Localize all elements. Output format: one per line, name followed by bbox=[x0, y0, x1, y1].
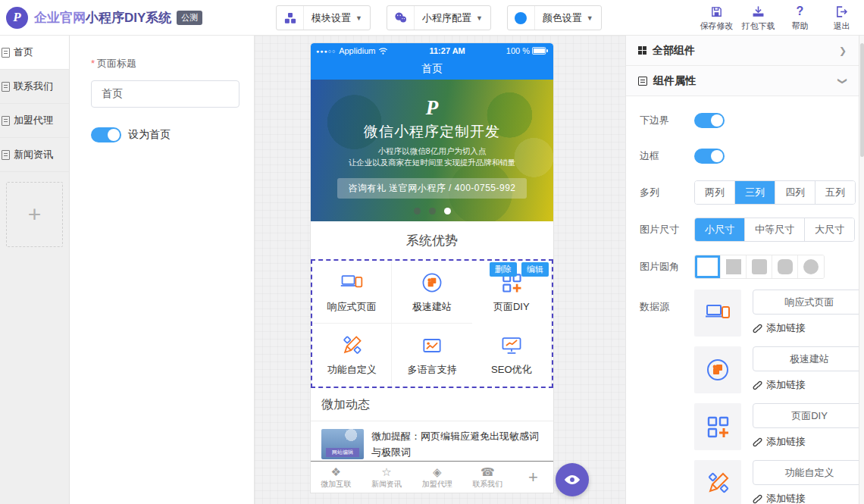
add-link-button[interactable]: 添加链接 bbox=[753, 378, 859, 392]
sidebar-item-label: 新闻资讯 bbox=[14, 148, 53, 161]
module-settings-menu[interactable]: 模块设置 ▼ bbox=[276, 5, 371, 30]
page-title-label: *页面标题 bbox=[91, 57, 254, 70]
prop-label: 下边界 bbox=[640, 114, 694, 127]
seo-icon bbox=[499, 333, 524, 358]
phone-preview: ●●●○○ Applidium 11:27 AM 100 % 首页 P 微信小程… bbox=[311, 43, 553, 493]
carousel-dot-active[interactable] bbox=[444, 208, 451, 214]
grid-item-responsive[interactable]: 响应式页面 bbox=[312, 261, 392, 324]
add-page-button[interactable]: + bbox=[6, 182, 63, 247]
star-icon: ☆ bbox=[381, 465, 391, 478]
tab-contact[interactable]: ☎ 联系我们 bbox=[462, 465, 513, 490]
prop-label: 数据源 bbox=[640, 300, 694, 504]
signal-dots: ●●●○○ bbox=[316, 49, 336, 54]
sidebar-item-contact[interactable]: 联系我们 bbox=[0, 70, 69, 104]
grid-item-multi-language[interactable]: 多语言支持 bbox=[392, 324, 471, 387]
carousel-dot[interactable] bbox=[414, 208, 421, 214]
custom-function-icon bbox=[694, 460, 741, 504]
page-icon bbox=[2, 150, 10, 160]
delete-button[interactable]: 删除 bbox=[490, 262, 517, 277]
color-settings-menu[interactable]: 颜色设置 ▼ bbox=[507, 5, 602, 30]
banner-logo-icon: P bbox=[311, 80, 553, 119]
exit-button[interactable]: 退出 bbox=[821, 3, 862, 32]
menu-label: 颜色设置 bbox=[535, 11, 587, 25]
components-grid-icon bbox=[638, 46, 646, 55]
add-link-button[interactable]: 添加链接 bbox=[753, 435, 859, 449]
brand: P 企业官网小程序DIY系统 公测 bbox=[0, 7, 202, 29]
banner-subtitle-1: 小程序以微信8亿用户为切入点 bbox=[311, 146, 553, 157]
advantage-grid-selected[interactable]: 删除 编辑 响应式页面 极速建站 页面DIY 功能自定义 多语言支持 bbox=[311, 259, 553, 388]
carousel-dot[interactable] bbox=[429, 208, 436, 214]
grid-item-custom-function[interactable]: 功能自定义 bbox=[312, 324, 392, 387]
phone-tab-bar: ❖ 微加互联 ☆ 新闻资讯 ◈ 加盟代理 ☎ 联系我们 + bbox=[311, 461, 553, 493]
preview-button[interactable] bbox=[556, 463, 589, 496]
tab-agent[interactable]: ◈ 加盟代理 bbox=[412, 465, 462, 490]
radius-option-medium[interactable] bbox=[772, 255, 798, 278]
miniprogram-config-menu[interactable]: 小程序配置 ▼ bbox=[387, 5, 491, 30]
link-icon bbox=[753, 324, 762, 333]
edit-button[interactable]: 编辑 bbox=[521, 262, 549, 277]
columns-option-5[interactable]: 五列 bbox=[815, 181, 855, 204]
sidebar-item-home[interactable]: 首页 bbox=[0, 36, 69, 70]
tab-add-button[interactable]: + bbox=[513, 468, 553, 487]
sidebar-item-news[interactable]: 新闻资讯 bbox=[0, 138, 69, 172]
grid-item-speed-build[interactable]: 极速建站 bbox=[392, 261, 471, 324]
action-label: 保存修改 bbox=[700, 20, 734, 32]
banner-carousel[interactable]: P 微信小程序定制开发 小程序以微信8亿用户为切入点 让企业以及商家在短时间里实… bbox=[311, 80, 553, 221]
prop-label: 边框 bbox=[640, 149, 694, 163]
datasource-item-custom-function: 添加链接 bbox=[694, 460, 859, 504]
save-icon bbox=[710, 3, 723, 18]
all-components-header[interactable]: 全部组件 ❯ bbox=[626, 36, 859, 66]
datasource-name-input[interactable] bbox=[753, 290, 859, 315]
radius-option-none-selected[interactable] bbox=[695, 255, 721, 278]
sidebar-item-label: 首页 bbox=[14, 45, 33, 59]
phone-icon: ☎ bbox=[481, 465, 495, 478]
phone-nav-bar: 首页 bbox=[311, 58, 553, 80]
weijia-logo-icon: ❖ bbox=[331, 465, 341, 478]
header-menus: 模块设置 ▼ 小程序配置 ▼ 颜色设置 ▼ bbox=[276, 5, 602, 30]
banner-title: 微信小程序定制开发 bbox=[311, 122, 553, 142]
page-title-input[interactable] bbox=[91, 80, 239, 108]
border-toggle[interactable] bbox=[694, 149, 725, 164]
columns-option-4[interactable]: 四列 bbox=[775, 181, 815, 204]
datasource-list: 添加链接 添加链接 bbox=[694, 290, 859, 504]
sidebar-item-agent[interactable]: 加盟代理 bbox=[0, 104, 69, 138]
component-props-header[interactable]: 组件属性 ❯ bbox=[626, 66, 859, 96]
size-option-small-selected[interactable]: 小尺寸 bbox=[695, 218, 745, 241]
page-icon bbox=[2, 82, 10, 92]
datasource-name-input[interactable] bbox=[753, 460, 859, 485]
news-item[interactable]: 网站编辑 微加提醒：网页编辑应避免出现敏感词与极限词 bbox=[311, 421, 553, 461]
grid-item-seo[interactable]: SEO优化 bbox=[472, 324, 552, 387]
header-actions: 保存修改 打包下载 ? 帮助 退出 bbox=[696, 3, 862, 32]
add-link-button[interactable]: 添加链接 bbox=[753, 321, 859, 335]
columns-option-3-selected[interactable]: 三列 bbox=[735, 181, 775, 204]
responsive-icon bbox=[340, 271, 364, 295]
size-option-medium[interactable]: 中等尺寸 bbox=[745, 218, 805, 241]
border-bottom-toggle[interactable] bbox=[694, 113, 725, 128]
help-button[interactable]: ? 帮助 bbox=[779, 3, 821, 32]
tab-news[interactable]: ☆ 新闻资讯 bbox=[362, 465, 412, 490]
page-icon bbox=[2, 48, 10, 58]
datasource-name-input[interactable] bbox=[753, 403, 859, 428]
columns-option-2[interactable]: 两列 bbox=[695, 181, 735, 204]
page-icon bbox=[2, 116, 10, 126]
size-option-large[interactable]: 大尺寸 bbox=[805, 218, 854, 241]
radius-option-square[interactable] bbox=[721, 255, 747, 278]
radius-option-small[interactable] bbox=[747, 255, 772, 278]
selection-badges: 删除 编辑 bbox=[490, 262, 549, 277]
agent-icon: ◈ bbox=[433, 465, 442, 478]
chevron-down-icon: ▼ bbox=[587, 14, 601, 22]
datasource-name-input[interactable] bbox=[753, 346, 859, 371]
radius-option-circle[interactable] bbox=[798, 255, 824, 278]
save-button[interactable]: 保存修改 bbox=[696, 3, 737, 32]
datasource-item-responsive: 添加链接 bbox=[694, 290, 859, 337]
link-icon bbox=[753, 380, 762, 390]
download-button[interactable]: 打包下载 bbox=[737, 3, 779, 32]
inspector-scrollbar[interactable] bbox=[859, 36, 864, 504]
tab-weijia[interactable]: ❖ 微加互联 bbox=[311, 465, 362, 490]
set-home-row: 设为首页 bbox=[91, 127, 254, 142]
link-icon bbox=[753, 437, 762, 447]
set-home-toggle[interactable] bbox=[91, 127, 121, 142]
add-link-button[interactable]: 添加链接 bbox=[753, 492, 859, 504]
sidebar-item-label: 加盟代理 bbox=[14, 114, 53, 127]
image-size-row: 图片尺寸 小尺寸 中等尺寸 大尺寸 bbox=[640, 218, 859, 242]
